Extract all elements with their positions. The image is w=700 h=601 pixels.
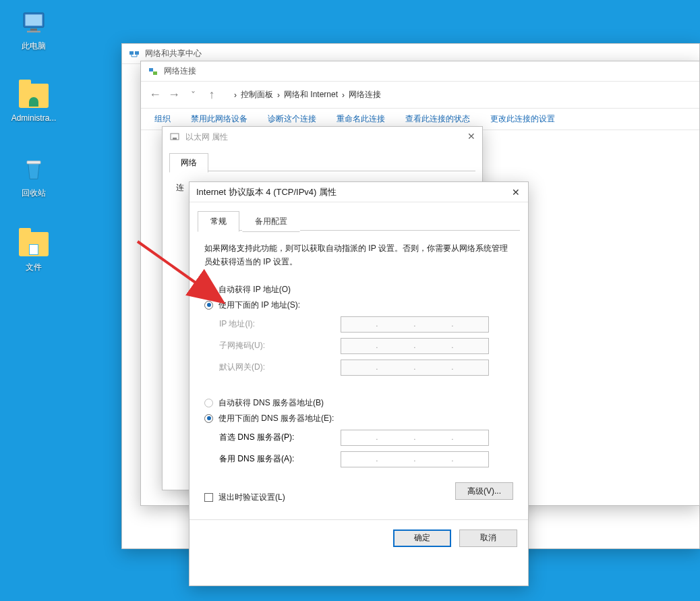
radio-label: 使用下面的 IP 地址(S): <box>218 299 300 311</box>
svg-rect-3 <box>27 31 40 33</box>
svg-rect-6 <box>135 51 139 55</box>
toolbar-rename[interactable]: 重命名此连接 <box>337 113 385 125</box>
window-ipv4-properties[interactable]: Internet 协议版本 4 (TCP/IPv4) 属性 ✕ 常规 备用配置 … <box>189 181 529 586</box>
recycle-bin-icon <box>19 155 49 185</box>
ok-button[interactable]: 确定 <box>393 530 451 547</box>
checkbox-validate-on-exit[interactable]: 退出时验证设置(L) <box>204 492 285 503</box>
dialog-footer: 确定 取消 <box>189 519 528 556</box>
radio-label: 自动获得 IP 地址(O) <box>218 284 291 295</box>
nav-up-button[interactable]: ↑ <box>203 86 221 104</box>
svg-rect-7 <box>149 68 153 71</box>
close-button[interactable]: ✕ <box>512 187 520 198</box>
window-title: 网络连接 <box>164 65 196 77</box>
window-title: 网络和共享中心 <box>145 48 202 59</box>
desktop-icon-admin[interactable]: Administra... <box>9 81 58 123</box>
breadcrumb[interactable]: › 控制面板 › 网络和 Internet › 网络连接 <box>234 89 381 101</box>
breadcrumb-sep: › <box>342 90 345 100</box>
toolbar-disable[interactable]: 禁用此网络设备 <box>191 113 247 125</box>
titlebar[interactable]: Internet 协议版本 4 (TCP/IPv4) 属性 ✕ <box>189 182 528 202</box>
ip-input[interactable]: ... <box>341 451 489 467</box>
breadcrumb-item[interactable]: 网络和 Internet <box>284 89 338 101</box>
field-default-gateway: 默认网关(D): ... <box>219 360 513 376</box>
window-title: Internet 协议版本 4 (TCP/IPv4) 属性 <box>196 186 337 198</box>
network-center-icon <box>129 49 140 59</box>
folder-icon <box>19 81 49 111</box>
nav-back-button[interactable]: ← <box>146 86 164 104</box>
radio-use-dns-manual[interactable]: 使用下面的 DNS 服务器地址(E): <box>204 413 513 424</box>
nav-forward-button[interactable]: → <box>165 86 183 104</box>
field-label: 首选 DNS 服务器(P): <box>219 432 341 443</box>
tab-network[interactable]: 网络 <box>169 153 208 173</box>
titlebar[interactable]: 以太网 属性 ✕ <box>163 127 482 147</box>
svg-rect-2 <box>30 28 37 30</box>
desktop-icon-files[interactable]: 文件 <box>9 229 58 273</box>
radio-icon <box>204 301 213 310</box>
desktop-icon-this-pc[interactable]: 此电脑 <box>9 8 58 52</box>
toolbar-diagnose[interactable]: 诊断这个连接 <box>268 113 316 125</box>
desktop-icon-label: Administra... <box>9 113 58 123</box>
ip-input[interactable]: ... <box>341 430 489 446</box>
field-ip-address: IP 地址(I): ... <box>219 316 513 333</box>
field-label: 默认网关(D): <box>219 362 341 373</box>
tab-strip: 网络 <box>169 152 475 171</box>
field-label: 备用 DNS 服务器(A): <box>219 453 341 465</box>
radio-obtain-ip-auto[interactable]: 自动获得 IP 地址(O) <box>204 284 513 295</box>
radio-label: 使用下面的 DNS 服务器地址(E): <box>218 413 334 424</box>
toolbar-change[interactable]: 更改此连接的设置 <box>490 113 555 125</box>
desktop-icon-label: 此电脑 <box>9 40 58 52</box>
ethernet-icon <box>169 132 180 142</box>
pc-icon <box>19 8 49 38</box>
titlebar[interactable]: 网络连接 <box>141 61 699 82</box>
tab-alternate[interactable]: 备用配置 <box>242 211 300 232</box>
breadcrumb-item[interactable]: 控制面板 <box>241 89 273 101</box>
desktop-icon-label: 回收站 <box>9 188 58 199</box>
cancel-button[interactable]: 取消 <box>459 530 517 547</box>
field-alternate-dns: 备用 DNS 服务器(A): ... <box>219 451 513 467</box>
tab-strip: 常规 备用配置 <box>198 210 520 231</box>
svg-rect-5 <box>129 51 134 55</box>
description-text: 如果网络支持此功能，则可以获取自动指派的 IP 设置。否则，你需要从网络系统管理… <box>204 241 513 269</box>
breadcrumb-sep: › <box>277 90 280 100</box>
desktop-icon-label: 文件 <box>9 262 58 273</box>
ip-input: ... <box>341 360 489 376</box>
advanced-button[interactable]: 高级(V)... <box>455 482 513 500</box>
svg-rect-8 <box>153 71 157 75</box>
svg-rect-1 <box>26 15 42 26</box>
folder-icon <box>19 229 49 259</box>
network-connections-icon <box>148 66 158 77</box>
tab-general[interactable]: 常规 <box>198 211 239 232</box>
ip-input: ... <box>341 338 489 354</box>
radio-obtain-dns-auto[interactable]: 自动获得 DNS 服务器地址(B) <box>204 397 513 409</box>
desktop-icon-recycle[interactable]: 回收站 <box>9 155 58 199</box>
svg-rect-12 <box>173 138 177 140</box>
radio-label: 自动获得 DNS 服务器地址(B) <box>218 397 324 409</box>
field-label: 子网掩码(U): <box>219 340 341 351</box>
field-label: IP 地址(I): <box>219 318 341 330</box>
toolbar-organize[interactable]: 组织 <box>154 113 171 125</box>
ip-input: ... <box>341 316 489 333</box>
address-bar: ← → ˅ ↑ › 控制面板 › 网络和 Internet › 网络连接 <box>141 82 699 109</box>
toolbar-status[interactable]: 查看此连接的状态 <box>405 113 470 125</box>
field-subnet-mask: 子网掩码(U): ... <box>219 338 513 354</box>
close-button[interactable]: ✕ <box>467 131 475 142</box>
radio-icon <box>204 399 213 407</box>
breadcrumb-item[interactable]: 网络连接 <box>349 89 381 101</box>
radio-icon <box>204 285 213 294</box>
checkbox-label: 退出时验证设置(L) <box>218 492 285 503</box>
radio-icon <box>204 414 213 423</box>
window-title: 以太网 属性 <box>185 132 228 143</box>
svg-rect-4 <box>27 161 40 164</box>
radio-use-ip-manual[interactable]: 使用下面的 IP 地址(S): <box>204 299 513 311</box>
checkbox-icon <box>204 493 213 502</box>
breadcrumb-sep: › <box>234 90 237 100</box>
nav-recent-button[interactable]: ˅ <box>184 86 202 104</box>
field-preferred-dns: 首选 DNS 服务器(P): ... <box>219 430 513 446</box>
